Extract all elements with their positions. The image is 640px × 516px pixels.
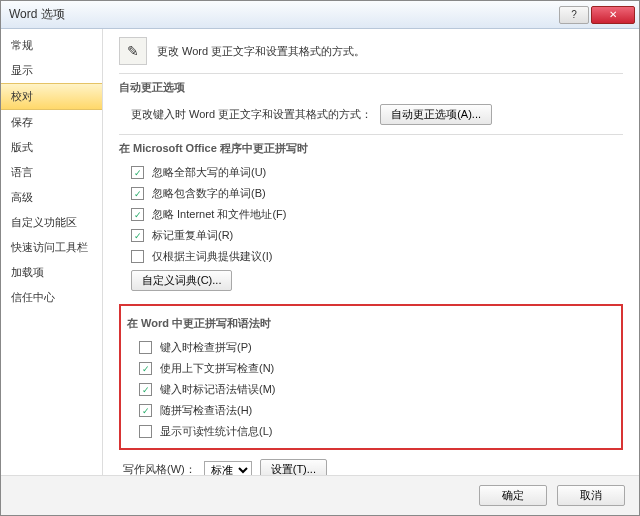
dialog-window: Word 选项 ? ✕ 常规 显示 校对 保存 版式 语言 高级 自定义功能区 … [0, 0, 640, 516]
label-context-spell: 使用上下文拼写检查(N) [160, 361, 274, 376]
header-text: 更改 Word 更正文字和设置其格式的方式。 [157, 44, 365, 59]
label-grammar-with-spell: 随拼写检查语法(H) [160, 403, 252, 418]
ok-button[interactable]: 确定 [479, 485, 547, 506]
highlight-box: 在 Word 中更正拼写和语法时 键入时检查拼写(P) 使用上下文拼写检查(N)… [119, 304, 623, 450]
section-autocorrect-title: 自动更正选项 [119, 73, 623, 101]
checkbox-ignore-caps[interactable] [131, 166, 144, 179]
sidebar-item-addins[interactable]: 加载项 [1, 260, 102, 285]
label-readability: 显示可读性统计信息(L) [160, 424, 272, 439]
checkbox-readability[interactable] [139, 425, 152, 438]
close-button[interactable]: ✕ [591, 6, 635, 24]
autocorrect-desc: 更改键入时 Word 更正文字和设置其格式的方式： [131, 107, 372, 122]
checkbox-grammar-with-spell[interactable] [139, 404, 152, 417]
settings-button[interactable]: 设置(T)... [260, 459, 327, 475]
label-check-spelling: 键入时检查拼写(P) [160, 340, 252, 355]
content-area: 常规 显示 校对 保存 版式 语言 高级 自定义功能区 快速访问工具栏 加载项 … [1, 29, 639, 475]
label-mark-grammar: 键入时标记语法错误(M) [160, 382, 276, 397]
autocorrect-options-button[interactable]: 自动更正选项(A)... [380, 104, 492, 125]
label-ignore-caps: 忽略全部大写的单词(U) [152, 165, 266, 180]
label-ignore-numbers: 忽略包含数字的单词(B) [152, 186, 266, 201]
sidebar: 常规 显示 校对 保存 版式 语言 高级 自定义功能区 快速访问工具栏 加载项 … [1, 29, 103, 475]
header-row: ✎ 更改 Word 更正文字和设置其格式的方式。 [119, 37, 623, 65]
checkbox-ignore-numbers[interactable] [131, 187, 144, 200]
window-title: Word 选项 [9, 6, 559, 23]
sidebar-item-advanced[interactable]: 高级 [1, 185, 102, 210]
proofing-icon: ✎ [119, 37, 147, 65]
footer: 确定 取消 [1, 475, 639, 515]
label-repeated-words: 标记重复单词(R) [152, 228, 233, 243]
section-office-title: 在 Microsoft Office 程序中更正拼写时 [119, 134, 623, 162]
custom-dict-button[interactable]: 自定义词典(C)... [131, 270, 232, 291]
checkbox-mark-grammar[interactable] [139, 383, 152, 396]
checkbox-check-spelling[interactable] [139, 341, 152, 354]
sidebar-item-qat[interactable]: 快速访问工具栏 [1, 235, 102, 260]
sidebar-item-general[interactable]: 常规 [1, 33, 102, 58]
section-word-title: 在 Word 中更正拼写和语法时 [127, 310, 615, 337]
sidebar-item-save[interactable]: 保存 [1, 110, 102, 135]
checkbox-ignore-internet[interactable] [131, 208, 144, 221]
window-buttons: ? ✕ [559, 6, 635, 24]
label-main-dict-only: 仅根据主词典提供建议(I) [152, 249, 272, 264]
writing-style-select[interactable]: 标准 [204, 461, 252, 476]
sidebar-item-language[interactable]: 语言 [1, 160, 102, 185]
checkbox-main-dict-only[interactable] [131, 250, 144, 263]
checkbox-context-spell[interactable] [139, 362, 152, 375]
sidebar-item-proofing[interactable]: 校对 [1, 83, 102, 110]
titlebar: Word 选项 ? ✕ [1, 1, 639, 29]
label-ignore-internet: 忽略 Internet 和文件地址(F) [152, 207, 286, 222]
sidebar-item-display[interactable]: 显示 [1, 58, 102, 83]
sidebar-item-ribbon[interactable]: 自定义功能区 [1, 210, 102, 235]
autocorrect-row: 更改键入时 Word 更正文字和设置其格式的方式： 自动更正选项(A)... [119, 101, 623, 128]
writing-style-label: 写作风格(W)： [123, 462, 196, 475]
cancel-button[interactable]: 取消 [557, 485, 625, 506]
checkbox-repeated-words[interactable] [131, 229, 144, 242]
sidebar-item-layout[interactable]: 版式 [1, 135, 102, 160]
sidebar-item-trust[interactable]: 信任中心 [1, 285, 102, 310]
help-button[interactable]: ? [559, 6, 589, 24]
main-panel[interactable]: ✎ 更改 Word 更正文字和设置其格式的方式。 自动更正选项 更改键入时 Wo… [103, 29, 639, 475]
